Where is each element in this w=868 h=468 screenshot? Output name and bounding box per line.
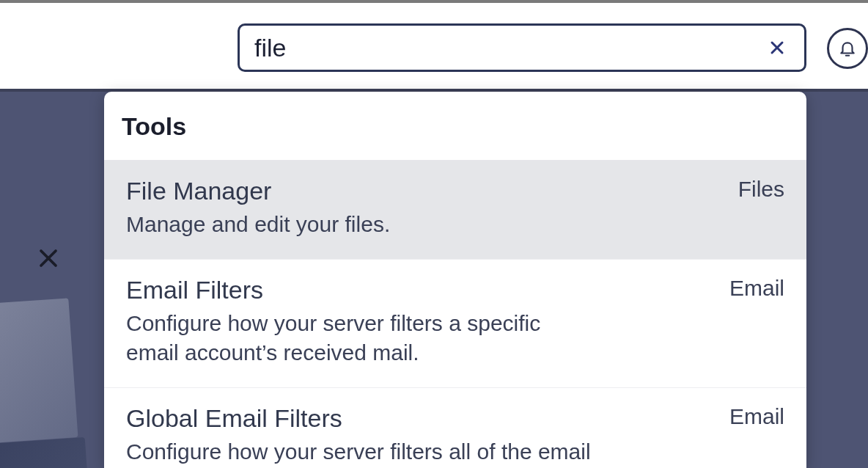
close-overlay-button[interactable] bbox=[34, 244, 63, 273]
search-result-item[interactable]: Email Filters Email Configure how your s… bbox=[104, 260, 806, 388]
panel-heading: Tools bbox=[104, 92, 806, 161]
result-category: Email bbox=[729, 404, 784, 429]
clear-search-button[interactable] bbox=[765, 35, 790, 60]
search-input[interactable] bbox=[254, 34, 765, 62]
background-card bbox=[0, 437, 91, 468]
close-icon bbox=[37, 247, 59, 269]
top-bar bbox=[0, 0, 868, 89]
result-description: Configure how your server filters a spec… bbox=[126, 309, 595, 368]
search-result-item[interactable]: File Manager Files Manage and edit your … bbox=[104, 161, 806, 260]
close-icon bbox=[768, 39, 786, 56]
search-field-wrap[interactable] bbox=[238, 23, 806, 72]
result-category: Files bbox=[738, 177, 784, 202]
result-description: Configure how your server filters all of… bbox=[126, 437, 595, 469]
result-title: Global Email Filters bbox=[126, 404, 342, 433]
background-card bbox=[0, 298, 78, 444]
result-title: Email Filters bbox=[126, 276, 263, 304]
bell-icon bbox=[838, 39, 857, 58]
result-description: Manage and edit your files. bbox=[126, 210, 595, 240]
notifications-button[interactable] bbox=[827, 28, 868, 69]
search-result-item[interactable]: Global Email Filters Email Configure how… bbox=[104, 388, 806, 469]
result-title: File Manager bbox=[126, 177, 271, 205]
search-results-panel: Tools File Manager Files Manage and edit… bbox=[104, 92, 806, 468]
result-category: Email bbox=[729, 276, 784, 301]
